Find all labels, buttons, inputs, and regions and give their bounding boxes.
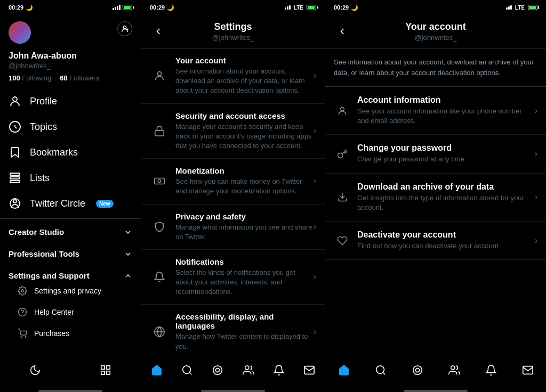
bottom-mail-icon-2[interactable] bbox=[301, 362, 318, 379]
bar4 bbox=[119, 5, 121, 10]
avatar[interactable] bbox=[9, 21, 31, 44]
nav-item-lists[interactable]: Lists bbox=[0, 165, 141, 191]
settings-item-notifications[interactable]: Notifications Select the kinds of notifi… bbox=[141, 250, 325, 305]
privacy-title: Privacy and safety bbox=[175, 212, 314, 221]
back-button-2[interactable] bbox=[150, 23, 167, 40]
professional-tools-section[interactable]: Professional Tools bbox=[0, 243, 141, 265]
panel-left: 00:29 🌙 John Awa-abuon @johnwri bbox=[0, 0, 141, 392]
ya-chevron-1: › bbox=[535, 106, 537, 116]
ya-chevron-4: › bbox=[535, 236, 537, 246]
bottom-home-icon-2[interactable] bbox=[148, 362, 165, 379]
settings-item-accessibility[interactable]: Accessibility, display, and languages Ma… bbox=[141, 305, 325, 356]
bookmark-icon bbox=[9, 146, 21, 159]
add-account-button[interactable] bbox=[117, 21, 132, 36]
svg-line-36 bbox=[383, 372, 385, 374]
gear-icon bbox=[17, 285, 28, 296]
nav-label-topics: Topics bbox=[30, 121, 57, 133]
bottom-home-icon-3[interactable] bbox=[335, 362, 352, 379]
ya-chevron-3: › bbox=[535, 192, 537, 202]
chevron-icon-2: › bbox=[314, 126, 316, 136]
your-account-header: Your account @johnwrites_ bbox=[325, 15, 546, 48]
svg-rect-20 bbox=[155, 130, 164, 136]
bottom-mail-icon-3[interactable] bbox=[519, 362, 536, 379]
settings-item-security[interactable]: Security and account access Manage your … bbox=[141, 104, 325, 159]
nav-item-topics[interactable]: Topics bbox=[0, 114, 141, 140]
chevron-icon-5: › bbox=[314, 272, 316, 282]
your-account-title: Your account bbox=[351, 21, 520, 32]
svg-point-38 bbox=[413, 365, 422, 374]
bottom-nav-2 bbox=[141, 356, 325, 388]
settings-title: Settings bbox=[167, 21, 299, 32]
settings-item-monetization[interactable]: Monetization See how you can make money … bbox=[141, 159, 325, 204]
privacy-desc: Manage what information you see and shar… bbox=[175, 223, 314, 242]
status-bar-1: 00:29 🌙 bbox=[0, 0, 141, 15]
nav-item-bookmarks[interactable]: Bookmarks bbox=[0, 140, 141, 165]
change-password-desc: Change your password at any time. bbox=[357, 154, 535, 164]
settings-header: Settings @johnwrites_ bbox=[141, 15, 325, 48]
ya-item-deactivate[interactable]: Deactivate your account Find out how you… bbox=[325, 222, 546, 260]
settings-support-section[interactable]: Settings and Support Settings and privac… bbox=[0, 265, 141, 350]
settings-handle: @johnwrites_ bbox=[167, 34, 299, 42]
deactivate-desc: Find out how you can deactivate your acc… bbox=[357, 241, 535, 251]
svg-rect-6 bbox=[10, 177, 20, 179]
back-button-3[interactable] bbox=[334, 23, 351, 40]
your-account-icon bbox=[150, 66, 169, 85]
signal-bars-2 bbox=[285, 5, 291, 10]
bottom-bell-icon-2[interactable] bbox=[270, 362, 287, 379]
nav-item-twitter-circle[interactable]: Twitter Circle New bbox=[0, 191, 141, 216]
bottom-search-icon-2[interactable] bbox=[179, 362, 196, 379]
chevron-down-icon-2 bbox=[124, 250, 132, 258]
ya-chevron-2: › bbox=[535, 149, 537, 159]
new-badge: New bbox=[96, 200, 114, 208]
moon-icon-2: 🌙 bbox=[167, 4, 174, 11]
bottom-nav-1 bbox=[0, 356, 141, 388]
ya-item-account-info[interactable]: Account information See your account inf… bbox=[325, 87, 546, 135]
status-bar-3: 00:29 🌙 LTE bbox=[325, 0, 546, 15]
svg-point-31 bbox=[213, 365, 222, 374]
settings-support-subitems: Settings and privacy Help Center bbox=[9, 280, 132, 344]
svg-rect-21 bbox=[155, 178, 164, 184]
sub-item-help-center[interactable]: Help Center bbox=[17, 301, 132, 323]
user-section bbox=[0, 15, 141, 48]
bottom-spaces-icon-3[interactable] bbox=[409, 362, 426, 379]
ya-item-change-password[interactable]: Change your password Change your passwor… bbox=[325, 135, 546, 173]
bottom-search-icon-3[interactable] bbox=[372, 362, 389, 379]
svg-point-33 bbox=[341, 107, 344, 111]
svg-line-29 bbox=[189, 372, 191, 374]
topics-icon bbox=[9, 120, 21, 133]
sub-item-purchases[interactable]: Purchases bbox=[17, 323, 132, 344]
svg-point-39 bbox=[451, 365, 454, 369]
security-desc: Manage your account's security and keep … bbox=[175, 122, 314, 151]
section-divider-1 bbox=[0, 218, 141, 219]
settings-header-center: Settings @johnwrites_ bbox=[167, 21, 299, 42]
nav-label-twitter-circle: Twitter Circle bbox=[30, 198, 85, 209]
your-account-desc: See information about your account, down… bbox=[175, 67, 314, 96]
key-icon bbox=[334, 145, 351, 162]
monetization-title: Monetization bbox=[175, 166, 314, 175]
chevron-down-icon bbox=[124, 228, 132, 236]
chevron-icon: › bbox=[314, 71, 316, 80]
account-info-icon bbox=[334, 102, 351, 119]
settings-item-your-account[interactable]: Your account See information about your … bbox=[141, 48, 325, 104]
help-icon bbox=[17, 307, 28, 317]
bottom-people-icon-3[interactable] bbox=[446, 362, 463, 379]
user-handle: @johnwrites_ bbox=[9, 62, 132, 70]
bottom-people-icon-2[interactable] bbox=[240, 362, 257, 379]
svg-rect-16 bbox=[107, 365, 110, 369]
nav-item-profile[interactable]: Profile bbox=[0, 88, 141, 114]
ya-item-download-archive[interactable]: Download an archive of your data Get ins… bbox=[325, 174, 546, 222]
svg-rect-5 bbox=[10, 173, 20, 175]
svg-rect-15 bbox=[101, 365, 105, 369]
security-title: Security and account access bbox=[175, 111, 314, 120]
sub-item-settings-privacy[interactable]: Settings and privacy bbox=[17, 280, 132, 301]
settings-item-privacy[interactable]: Privacy and safety Manage what informati… bbox=[141, 205, 325, 250]
creator-studio-section[interactable]: Creator Studio bbox=[0, 221, 141, 243]
bottom-spaces-icon-2[interactable] bbox=[209, 362, 226, 379]
svg-point-3 bbox=[13, 97, 17, 101]
bottom-grid-icon[interactable] bbox=[97, 362, 114, 379]
bottom-bell-icon-3[interactable] bbox=[483, 362, 500, 379]
accessibility-icon bbox=[150, 322, 169, 341]
bottom-moon-icon[interactable] bbox=[27, 362, 44, 379]
time-2: 00:29 bbox=[150, 4, 165, 11]
settings-list: Your account See information about your … bbox=[141, 48, 325, 356]
